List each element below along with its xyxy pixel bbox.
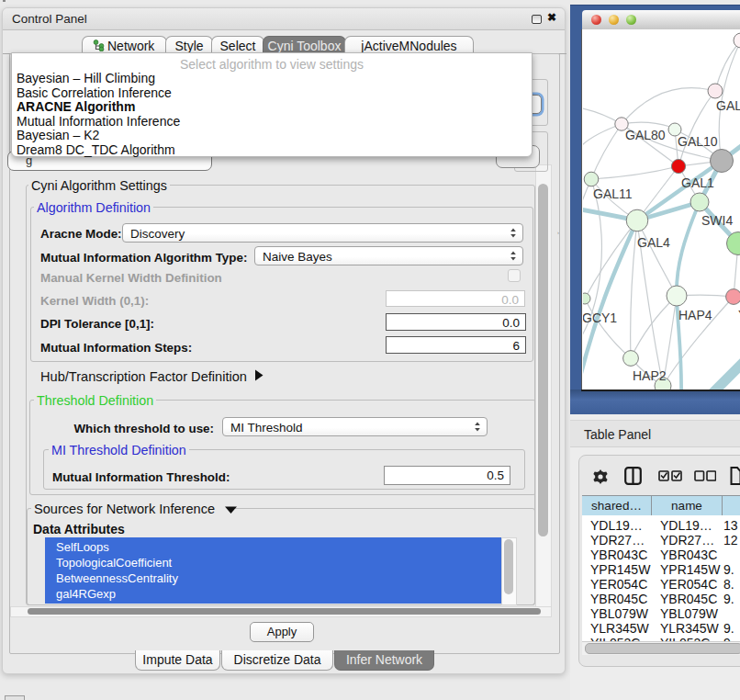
- svg-text:GAL: GAL: [716, 98, 740, 113]
- svg-text:GAL4: GAL4: [637, 235, 670, 250]
- svg-text:GAL11: GAL11: [593, 186, 633, 201]
- svg-text:HAP4: HAP4: [678, 308, 712, 322]
- svg-text:HAP2: HAP2: [633, 368, 667, 383]
- svg-text:GCY1: GCY1: [583, 310, 617, 325]
- svg-text:GAL80: GAL80: [625, 128, 666, 142]
- svg-text:SWI4: SWI4: [701, 213, 733, 228]
- svg-text:GAL1: GAL1: [681, 175, 714, 190]
- svg-text:GAL10: GAL10: [678, 134, 718, 149]
